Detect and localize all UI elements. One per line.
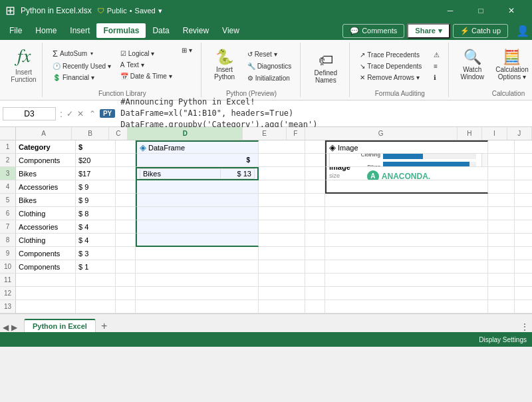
cell-a13[interactable] <box>16 300 76 313</box>
cell-i10[interactable] <box>515 260 532 274</box>
insert-function-button[interactable]: Insert Function <box>11 69 36 83</box>
cell-a9[interactable]: Components <box>16 247 76 260</box>
cell-f8[interactable] <box>305 234 325 247</box>
text-button[interactable]: A Text ▾ <box>117 60 176 70</box>
cell-h5[interactable] <box>488 194 515 207</box>
cell-h13[interactable] <box>488 300 515 313</box>
maximize-button[interactable]: □ <box>466 0 496 21</box>
cell-i9[interactable] <box>515 247 532 260</box>
cell-c6[interactable] <box>116 207 136 220</box>
cell-d3[interactable]: Category $ Accessories $ 7 Bikes $ 13 <box>136 167 259 180</box>
cell-i11[interactable] <box>515 274 532 287</box>
cell-f5[interactable] <box>305 194 325 207</box>
cell-g13[interactable] <box>325 300 488 313</box>
reset-button[interactable]: ↺ Reset ▾ <box>244 49 295 59</box>
cell-a5[interactable]: Bikes <box>16 194 76 207</box>
cell-d12[interactable] <box>136 287 259 300</box>
cell-b5[interactable]: $ 9 <box>76 194 116 207</box>
menu-formulas[interactable]: Formulas <box>96 23 146 38</box>
remove-arrows-button[interactable]: ✕ Remove Arrows ▾ <box>356 73 425 83</box>
cell-a1[interactable]: Category <box>16 140 76 154</box>
more-sheets-icon[interactable]: ⋮ <box>520 321 529 332</box>
cell-f1[interactable] <box>305 140 325 154</box>
error-checking-button[interactable]: ⚠ <box>430 50 443 60</box>
calc-options-button[interactable]: 🧮 Calculation Options ▾ <box>491 48 532 83</box>
cell-b7[interactable]: $ 4 <box>76 220 116 234</box>
cell-g5[interactable] <box>325 194 488 207</box>
cell-i6[interactable] <box>515 207 532 220</box>
cell-e6[interactable] <box>259 207 305 220</box>
cell-f12[interactable] <box>305 287 325 300</box>
cell-i1[interactable] <box>515 140 532 154</box>
cell-a3[interactable]: Bikes <box>16 167 76 180</box>
cell-a6[interactable]: Clothing <box>16 207 76 220</box>
menu-insert[interactable]: Insert <box>63 23 96 38</box>
cell-e4[interactable] <box>259 180 305 194</box>
cell-g9[interactable] <box>325 247 488 260</box>
cell-d2[interactable]: $ <box>136 154 259 167</box>
cell-a12[interactable] <box>16 287 76 300</box>
cell-b1[interactable]: $ <box>76 140 116 154</box>
cell-h10[interactable] <box>488 260 515 274</box>
cell-g10[interactable] <box>325 260 488 274</box>
cell-i8[interactable] <box>515 234 532 247</box>
cell-i4[interactable] <box>515 180 532 194</box>
cell-g2[interactable]: $ Category Components <box>325 154 488 167</box>
watch-window-button[interactable]: 🔍 Watch Window <box>456 48 489 83</box>
trace-dependents-button[interactable]: ↘ Trace Dependents <box>356 61 425 71</box>
cell-c11[interactable] <box>116 274 136 287</box>
cell-b10[interactable]: $ 1 <box>76 260 116 274</box>
cell-f7[interactable] <box>305 220 325 234</box>
cell-c7[interactable] <box>116 220 136 234</box>
tab-next-button[interactable]: ▶ <box>11 323 17 332</box>
cell-h7[interactable] <box>488 220 515 234</box>
cell-e13[interactable] <box>259 300 305 313</box>
cell-f3[interactable] <box>305 167 325 180</box>
cell-b13[interactable] <box>76 300 116 313</box>
cell-g12[interactable] <box>325 287 488 300</box>
cell-g7[interactable] <box>325 220 488 234</box>
close-button[interactable]: ✕ <box>496 0 527 21</box>
comments-button[interactable]: 💬 Comments <box>342 24 404 38</box>
cell-h11[interactable] <box>488 274 515 287</box>
more-functions-button[interactable]: ⊞ ▾ <box>178 45 196 55</box>
cell-e1[interactable] <box>259 140 305 154</box>
cell-c12[interactable] <box>116 287 136 300</box>
cell-c9[interactable] <box>116 247 136 260</box>
cell-h12[interactable] <box>488 287 515 300</box>
cell-c1[interactable] <box>116 140 136 154</box>
cell-h3[interactable] <box>488 167 515 180</box>
cell-c10[interactable] <box>116 260 136 274</box>
cell-b6[interactable]: $ 8 <box>76 207 116 220</box>
add-sheet-button[interactable]: + <box>97 320 111 332</box>
cell-i3[interactable] <box>515 167 532 180</box>
menu-view[interactable]: View <box>215 23 246 38</box>
cell-d1[interactable]: ◈ DataFrame <box>136 140 259 154</box>
cell-i2[interactable] <box>515 154 532 167</box>
cell-f6[interactable] <box>305 207 325 220</box>
cell-c3[interactable] <box>116 167 136 180</box>
cell-h9[interactable] <box>488 247 515 260</box>
cell-g6[interactable] <box>325 207 488 220</box>
cell-g11[interactable] <box>325 274 488 287</box>
cell-c5[interactable] <box>116 194 136 207</box>
cell-f10[interactable] <box>305 260 325 274</box>
menu-review[interactable]: Review <box>176 23 215 38</box>
cell-c8[interactable] <box>116 234 136 247</box>
cell-b12[interactable] <box>76 287 116 300</box>
cell-h6[interactable] <box>488 207 515 220</box>
cell-g8[interactable] <box>325 234 488 247</box>
cell-d5[interactable] <box>136 194 259 207</box>
cell-b2[interactable]: $20 <box>76 154 116 167</box>
cell-d11[interactable] <box>136 274 259 287</box>
cell-e2[interactable] <box>259 154 305 167</box>
cell-h1[interactable] <box>488 140 515 154</box>
eval-formula-button[interactable]: ≡ <box>430 61 443 71</box>
tab-prev-button[interactable]: ◀ <box>3 323 9 332</box>
cell-i7[interactable] <box>515 220 532 234</box>
cell-f9[interactable] <box>305 247 325 260</box>
cell-f11[interactable] <box>305 274 325 287</box>
cell-b3[interactable]: $17 <box>76 167 116 180</box>
cell-e10[interactable] <box>259 260 305 274</box>
cell-b11[interactable] <box>76 274 116 287</box>
